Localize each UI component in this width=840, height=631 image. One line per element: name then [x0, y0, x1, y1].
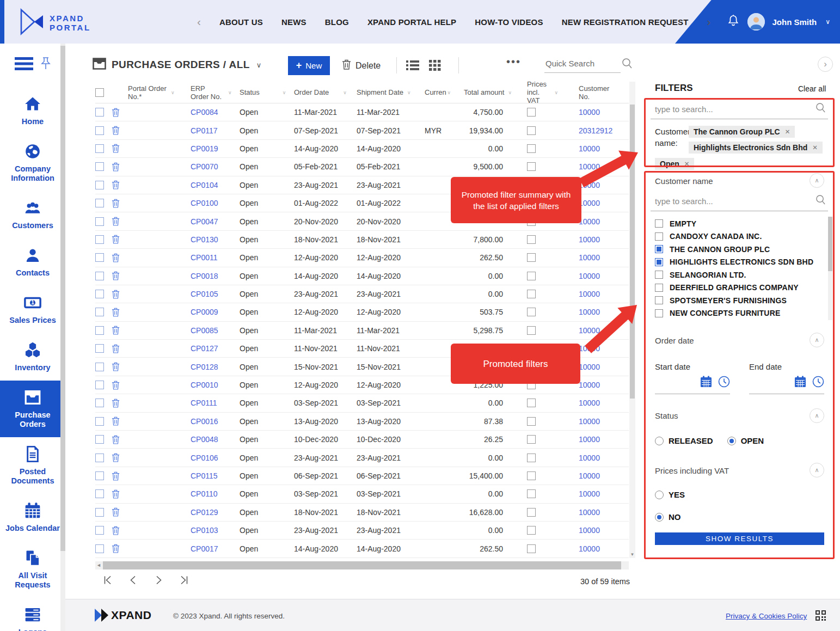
vat-checkbox[interactable] — [527, 399, 536, 407]
col-currency[interactable]: Currency∨ — [425, 88, 451, 96]
sidebar-item-jobs-calendar[interactable]: Jobs Calendar — [0, 494, 65, 541]
customer-filter-option-selangorian-ltd[interactable]: SELANGORIAN LTD. — [655, 268, 818, 281]
filter-summary-search-input[interactable] — [651, 102, 828, 119]
trash-icon[interactable] — [112, 344, 120, 353]
row-checkbox[interactable] — [95, 526, 104, 535]
customer-no-link[interactable]: 10000 — [579, 344, 600, 353]
collapse-status-button[interactable]: ∧ — [810, 408, 824, 423]
nav-item-xpand-portal-help[interactable]: XPAND PORTAL HELP — [367, 17, 456, 27]
trash-icon[interactable] — [112, 381, 120, 390]
more-options-icon[interactable]: ••• — [506, 56, 521, 68]
next-page-button[interactable] — [154, 575, 164, 585]
table-row[interactable]: CP0085 Open 11-Mar-2021 11-Mar-2021 5,29… — [95, 322, 629, 340]
erp-order-link[interactable]: CP0110 — [191, 489, 218, 498]
trash-icon[interactable] — [112, 144, 120, 153]
trash-icon[interactable] — [112, 253, 120, 262]
nav-next-icon[interactable]: › — [707, 15, 711, 28]
end-date-field[interactable] — [749, 376, 824, 394]
quick-search-input[interactable] — [544, 57, 621, 73]
erp-order-link[interactable]: CP0128 — [191, 363, 218, 371]
customer-no-link[interactable]: 10000 — [579, 471, 600, 480]
list-view-icon[interactable] — [406, 60, 419, 73]
trash-icon[interactable] — [112, 271, 120, 280]
customer-list-scrollbar[interactable] — [828, 217, 832, 320]
erp-order-link[interactable]: CP0115 — [191, 471, 218, 480]
trash-icon[interactable] — [112, 489, 120, 499]
col-total-amount[interactable]: Total amount∨ — [451, 88, 512, 96]
trash-icon[interactable] — [112, 290, 120, 299]
privacy-policy-link[interactable]: Privacy & Cookies Policy — [726, 612, 807, 620]
nav-item-how-to-videos[interactable]: HOW-TO VIDEOS — [475, 17, 543, 27]
customer-no-link[interactable]: 10000 — [579, 544, 600, 553]
trash-icon[interactable] — [112, 362, 120, 371]
vat-checkbox[interactable] — [527, 108, 536, 117]
delete-button[interactable]: Delete — [342, 59, 381, 72]
table-row[interactable]: CP0111 Open 03-Sep-2021 03-Sep-2021 0.00… — [95, 394, 629, 412]
first-page-button[interactable] — [102, 575, 113, 585]
erp-order-link[interactable]: CP0017 — [191, 544, 218, 553]
search-icon[interactable] — [622, 58, 633, 71]
row-checkbox[interactable] — [95, 326, 104, 335]
vat-checkbox[interactable] — [527, 489, 536, 498]
erp-order-link[interactable]: CP0106 — [191, 454, 218, 462]
row-checkbox[interactable] — [95, 162, 104, 171]
vat-checkbox[interactable] — [527, 435, 536, 444]
applied-filter-chip-highlights-electronics-sdn-bhd[interactable]: Highlights Electronics Sdn Bhd ✕ — [689, 142, 823, 154]
erp-order-link[interactable]: CP0100 — [191, 199, 218, 207]
hamburger-menu-icon[interactable] — [15, 57, 33, 73]
row-checkbox[interactable] — [95, 144, 104, 153]
sidebar-scrollbar[interactable] — [60, 44, 65, 631]
vat-checkbox[interactable] — [527, 417, 536, 426]
customer-no-link[interactable]: 10000 — [579, 181, 600, 189]
row-checkbox[interactable] — [95, 272, 104, 280]
row-checkbox[interactable] — [95, 381, 104, 389]
calendar-icon[interactable] — [794, 376, 806, 390]
remove-chip-icon[interactable]: ✕ — [684, 160, 690, 168]
erp-order-link[interactable]: CP0019 — [191, 144, 218, 153]
erp-order-link[interactable]: CP0127 — [191, 344, 218, 353]
search-icon[interactable] — [816, 102, 826, 115]
customer-filter-option-spotsmeyer-s-furnishings[interactable]: SPOTSMEYER'S FURNISHINGS — [655, 294, 818, 307]
row-checkbox[interactable] — [95, 454, 104, 462]
erp-order-link[interactable]: CP0011 — [191, 253, 218, 262]
sidebar-item-purchase-orders[interactable]: Purchase Orders — [0, 381, 65, 437]
collapse-order-date-button[interactable]: ∧ — [810, 333, 824, 347]
collapse-customer-section-button[interactable]: ∧ — [810, 173, 824, 188]
trash-icon[interactable] — [112, 199, 120, 208]
prev-page-button[interactable] — [128, 575, 138, 585]
vat-radio-no[interactable]: NO — [655, 512, 685, 522]
table-row[interactable]: CP0009 Open 12-Aug-2020 12-Aug-2020 503.… — [95, 303, 629, 321]
table-row[interactable]: CP0084 Open 11-Mar-2021 11-Mar-2021 4,75… — [95, 103, 629, 121]
table-row[interactable]: CP0115 Open 06-Sep-2021 06-Sep-2021 15,4… — [95, 467, 629, 485]
status-radio-open[interactable]: OPEN — [727, 436, 764, 445]
row-checkbox[interactable] — [95, 199, 104, 207]
col-order-date[interactable]: Order Date∨ — [294, 88, 357, 96]
vat-checkbox[interactable] — [527, 144, 536, 153]
vat-checkbox[interactable] — [527, 162, 536, 171]
table-vertical-scrollbar[interactable]: ▼ — [629, 82, 635, 558]
notifications-bell-icon[interactable] — [727, 14, 740, 30]
sidebar-item-home[interactable]: Home — [0, 87, 65, 134]
erp-order-link[interactable]: CP0048 — [191, 435, 218, 444]
customer-no-link[interactable]: 10000 — [579, 417, 600, 426]
table-row[interactable]: CP0106 Open 23-Aug-2021 23-Aug-2021 0.00… — [95, 449, 629, 467]
erp-order-link[interactable]: CP0130 — [191, 235, 218, 244]
clock-icon[interactable] — [718, 376, 730, 390]
clear-all-link[interactable]: Clear all — [798, 84, 826, 93]
remove-chip-icon[interactable]: ✕ — [812, 144, 818, 151]
vat-checkbox[interactable] — [527, 508, 536, 517]
row-checkbox[interactable] — [95, 217, 104, 226]
trash-icon[interactable] — [112, 126, 120, 135]
col-customer-no[interactable]: Customer No. — [558, 84, 615, 101]
row-checkbox[interactable] — [95, 544, 104, 553]
trash-icon[interactable] — [112, 217, 120, 226]
pin-icon[interactable] — [41, 57, 51, 73]
select-all-checkbox[interactable] — [95, 88, 104, 97]
row-checkbox[interactable] — [95, 253, 104, 262]
vat-checkbox[interactable] — [527, 253, 536, 262]
customer-no-link[interactable]: 10000 — [579, 217, 600, 226]
panel-expand-button[interactable]: › — [818, 57, 833, 72]
vat-checkbox[interactable] — [527, 526, 536, 535]
applied-filter-chip-the-cannon-group-plc[interactable]: The Cannon Group PLC ✕ — [689, 126, 795, 138]
table-row[interactable]: CP0070 Open 05-Feb-2021 05-Feb-2021 9,50… — [95, 158, 629, 176]
